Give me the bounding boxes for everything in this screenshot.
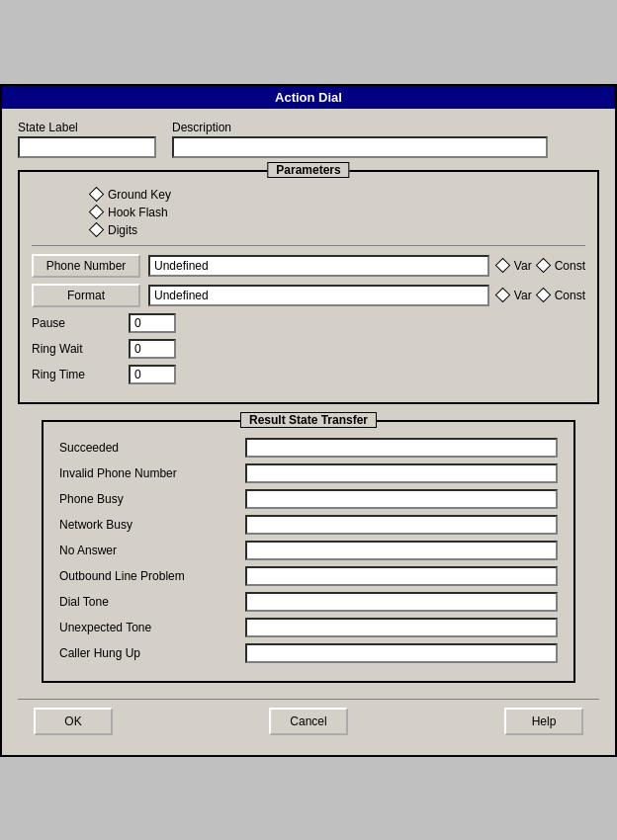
result-state-transfer-panel: Result State Transfer SucceededInvalid P… (42, 420, 575, 683)
top-fields: State Label Description (18, 121, 599, 158)
result-row: Phone Busy (59, 489, 558, 509)
result-row-input[interactable] (245, 463, 558, 483)
result-row-input[interactable] (245, 592, 558, 612)
result-row-input[interactable] (245, 566, 558, 586)
digits-diamond (89, 222, 105, 238)
result-row-input[interactable] (245, 618, 558, 637)
result-row-input[interactable] (245, 489, 558, 509)
phone-number-var-diamond (495, 258, 511, 274)
pause-input[interactable] (129, 313, 176, 333)
description-input[interactable] (172, 136, 548, 158)
format-input[interactable] (148, 285, 489, 306)
result-row-label: Outbound Line Problem (59, 569, 237, 583)
format-const-label: Const (555, 289, 585, 302)
digits-label: Digits (108, 223, 137, 237)
result-row: Invalid Phone Number (59, 463, 558, 483)
result-row: Network Busy (59, 515, 558, 535)
pause-label: Pause (32, 316, 121, 330)
result-row: Outbound Line Problem (59, 566, 558, 586)
phone-number-row: Phone Number Var Const (32, 254, 585, 278)
ring-time-row: Ring Time (32, 365, 585, 384)
ring-wait-label: Ring Wait (32, 342, 121, 356)
format-var-label: Var (514, 289, 532, 302)
parameters-title: Parameters (267, 162, 349, 178)
phone-number-const-label: Const (555, 259, 585, 273)
format-var-diamond (495, 288, 511, 303)
result-row: Succeeded (59, 438, 558, 458)
description-group: Description (172, 121, 548, 158)
state-label-label: State Label (18, 121, 156, 134)
ring-wait-row: Ring Wait (32, 339, 585, 359)
result-row: Dial Tone (59, 592, 558, 612)
result-row-label: Network Busy (59, 518, 237, 532)
result-row-label: Dial Tone (59, 595, 237, 609)
digits-option[interactable]: Digits (91, 223, 137, 237)
button-bar: OK Cancel Help (18, 699, 599, 743)
format-button[interactable]: Format (32, 284, 140, 307)
result-row: Unexpected Tone (59, 618, 558, 637)
phone-number-var-label: Var (514, 259, 532, 273)
parameters-panel: Parameters Ground Key Hook Flash Digits (18, 170, 599, 404)
result-row-input[interactable] (245, 438, 558, 458)
window-title: Action Dial (275, 90, 342, 105)
action-dial-window: Action Dial State Label Description Para… (0, 84, 617, 757)
param-divider (32, 245, 585, 246)
result-row: No Answer (59, 541, 558, 560)
result-row-label: Invalid Phone Number (59, 466, 237, 480)
phone-number-const-diamond (535, 258, 551, 274)
result-row-label: Unexpected Tone (59, 621, 237, 634)
hook-flash-diamond (89, 205, 105, 220)
title-bar: Action Dial (2, 86, 615, 109)
window-body: State Label Description Parameters Groun… (2, 109, 615, 755)
ground-key-diamond (89, 187, 105, 203)
ground-key-label: Ground Key (108, 188, 171, 202)
phone-number-radio-group: Var Const (497, 259, 585, 273)
state-label-group: State Label (18, 121, 156, 158)
description-label: Description (172, 121, 548, 134)
format-row: Format Var Const (32, 284, 585, 307)
params-options: Ground Key Hook Flash Digits (32, 188, 585, 237)
pause-row: Pause (32, 313, 585, 333)
result-row: Caller Hung Up (59, 643, 558, 663)
result-row-label: Succeeded (59, 441, 237, 455)
ring-wait-input[interactable] (129, 339, 176, 359)
format-const-diamond (535, 288, 551, 303)
hook-flash-option[interactable]: Hook Flash (91, 206, 168, 219)
cancel-button[interactable]: Cancel (269, 708, 348, 735)
result-row-label: Phone Busy (59, 492, 237, 506)
ring-time-input[interactable] (129, 365, 176, 384)
result-state-transfer-title: Result State Transfer (240, 412, 377, 428)
result-row-input[interactable] (245, 541, 558, 560)
hook-flash-label: Hook Flash (108, 206, 168, 219)
format-radio-group: Var Const (497, 289, 585, 302)
result-row-input[interactable] (245, 643, 558, 663)
ok-button[interactable]: OK (34, 708, 113, 735)
ring-time-label: Ring Time (32, 368, 121, 381)
help-button[interactable]: Help (504, 708, 583, 735)
result-row-label: Caller Hung Up (59, 646, 237, 660)
result-row-input[interactable] (245, 515, 558, 535)
result-rows: SucceededInvalid Phone NumberPhone BusyN… (59, 438, 558, 663)
ground-key-option[interactable]: Ground Key (91, 188, 171, 202)
result-row-label: No Answer (59, 544, 237, 557)
phone-number-button[interactable]: Phone Number (32, 254, 140, 278)
phone-number-input[interactable] (148, 255, 489, 277)
state-label-input[interactable] (18, 136, 156, 158)
